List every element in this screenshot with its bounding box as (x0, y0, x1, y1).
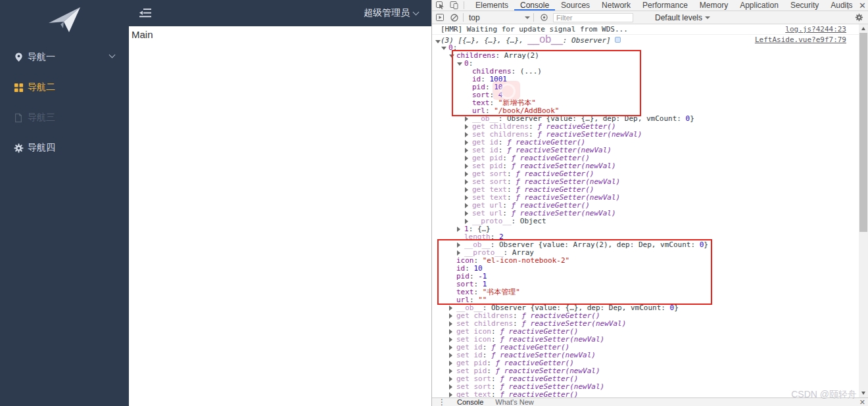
sidebar-item-nav-1[interactable]: 导航一 (0, 42, 129, 72)
sidebar-item-nav-2[interactable]: 导航二 (0, 72, 129, 102)
sidebar-collapse-button[interactable] (138, 7, 153, 20)
disclosure-caret[interactable] (449, 345, 452, 350)
scrollbar-down-button[interactable] (859, 389, 868, 397)
disclosure-caret[interactable] (449, 376, 452, 382)
sidebar-item-label: 导航一 (28, 51, 55, 63)
clear-console-icon[interactable] (450, 14, 458, 22)
levels-dropdown-caret (705, 16, 710, 19)
drawer-close-icon[interactable]: ✕ (859, 398, 865, 406)
console-scrollbar[interactable] (859, 24, 868, 397)
paper-plane-icon (47, 6, 82, 34)
drawer-tab-what-s-new[interactable]: What's New (489, 398, 539, 406)
disclosure-caret[interactable] (449, 313, 452, 319)
device-toolbar-icon[interactable] (450, 1, 458, 9)
disclosure-caret[interactable] (465, 179, 468, 185)
tab-sources[interactable]: Sources (555, 0, 596, 11)
document-icon (13, 112, 24, 123)
tab-console[interactable]: Console (514, 0, 555, 11)
disclosure-caret[interactable] (465, 171, 468, 177)
tab-elements[interactable]: Elements (470, 0, 514, 11)
location-pin-icon (13, 52, 24, 62)
context-selector[interactable]: top (469, 11, 529, 24)
user-menu[interactable]: 超级管理员 (364, 0, 418, 26)
disclosure-caret[interactable] (465, 124, 468, 129)
top-header: 超级管理员 (129, 0, 431, 26)
tab-network[interactable]: Network (596, 0, 637, 11)
disclosure-caret[interactable] (449, 369, 452, 374)
sidebar-item-nav-4[interactable]: 导航四 (0, 133, 129, 163)
live-expression-eye-icon[interactable] (540, 14, 548, 21)
disclosure-caret[interactable] (465, 211, 468, 216)
console-row[interactable]: get text: ƒ reactiveGetter() (432, 391, 859, 397)
tab-memory[interactable]: Memory (694, 0, 734, 11)
drawer-tabs: ConsoleWhat's New (451, 398, 540, 406)
divider (464, 1, 464, 9)
sidebar-item-label: 导航四 (28, 142, 55, 154)
inspect-element-icon[interactable] (436, 1, 445, 9)
console-row[interactable]: id: 10 (432, 265, 859, 273)
disclosure-caret[interactable] (449, 392, 452, 397)
console-filter-input[interactable] (553, 13, 633, 22)
sidebar-item-label: 导航二 (28, 81, 55, 93)
devtools-close-icon[interactable]: ✕ (859, 1, 866, 10)
object-tree: 0:childrens: Array(2)0:childrens: (...)i… (432, 44, 859, 397)
devtools-menu-icon[interactable]: ⋮ (844, 2, 852, 10)
disclosure-caret[interactable] (441, 47, 446, 50)
disclosure-caret[interactable] (465, 140, 468, 145)
disclosure-caret[interactable] (457, 227, 460, 232)
screen: 导航一导航二导航三导航四 超级管理员 Main (0, 0, 868, 406)
disclosure-caret[interactable] (465, 156, 468, 161)
disclosure-caret[interactable] (449, 305, 452, 311)
disclosure-caret[interactable] (457, 62, 462, 66)
drawer-tab-console[interactable]: Console (451, 398, 489, 406)
disclosure-caret[interactable] (465, 164, 468, 169)
disclosure-caret[interactable] (465, 203, 468, 208)
disclosure-caret[interactable] (435, 40, 441, 43)
console-log-area[interactable]: [HMR] Waiting for update signal from WDS… (432, 24, 859, 397)
console-toolbar: top Default levels (432, 11, 868, 24)
source-link[interactable]: log.js?4244:23 (785, 25, 846, 34)
disclosure-caret[interactable] (457, 250, 460, 256)
console-sidebar-icon[interactable] (436, 14, 444, 21)
disclosure-caret[interactable] (449, 384, 452, 390)
console-row[interactable]: icon: "el-icon-notebook-2" (432, 257, 859, 265)
drawer-menu-icon[interactable]: ⋮ (432, 398, 451, 406)
log-levels-value: Default levels (655, 13, 702, 22)
sidebar-item-nav-3[interactable]: 导航三 (0, 102, 129, 133)
log-levels-selector[interactable]: Default levels (655, 11, 710, 24)
devtools-tabbar: ElementsConsoleSourcesNetworkPerformance… (432, 0, 868, 11)
object-state-badge-icon[interactable] (615, 37, 621, 43)
disclosure-caret[interactable] (449, 337, 452, 342)
settings-gear-icon[interactable] (855, 13, 863, 22)
tab-application[interactable]: Application (734, 0, 784, 11)
devtools-panel: ElementsConsoleSourcesNetworkPerformance… (431, 0, 868, 406)
console-row[interactable]: __proto__: Object (432, 217, 859, 225)
disclosure-caret[interactable] (465, 148, 468, 153)
scrollbar-up-button[interactable] (859, 24, 868, 33)
tab-performance[interactable]: Performance (637, 0, 694, 11)
console-entry-array-preview: (3) [{…}, {…}, {…}, __ob__: Observer] Le… (432, 35, 859, 44)
devtools-tabs: ElementsConsoleSourcesNetworkPerformance… (470, 0, 859, 11)
console-row[interactable]: childrens: Array(2) (432, 52, 859, 60)
tab-security[interactable]: Security (784, 0, 825, 11)
app-logo[interactable] (0, 0, 129, 39)
disclosure-caret[interactable] (465, 116, 468, 122)
console-row[interactable]: pid: -1 (432, 273, 859, 281)
disclosure-caret[interactable] (449, 353, 452, 358)
console-row[interactable]: text: "书本管理" (432, 288, 859, 296)
source-link[interactable]: LeftAside.vue?e9f7:79 (755, 35, 846, 44)
disclosure-caret[interactable] (457, 242, 460, 248)
devtools-drawer-bar: ⋮ ConsoleWhat's New ✕ (432, 397, 868, 406)
context-dropdown-caret[interactable] (525, 16, 530, 19)
disclosure-caret[interactable] (449, 329, 452, 334)
disclosure-caret[interactable] (465, 187, 468, 192)
chevron-down-icon (109, 52, 116, 58)
disclosure-caret[interactable] (465, 132, 468, 137)
main-content: Main (129, 26, 431, 406)
disclosure-caret[interactable] (465, 219, 468, 224)
disclosure-caret[interactable] (449, 361, 452, 366)
disclosure-caret[interactable] (465, 195, 468, 200)
scrollbar-thumb[interactable] (859, 33, 867, 232)
disclosure-caret[interactable] (449, 55, 454, 58)
disclosure-caret[interactable] (449, 321, 452, 327)
